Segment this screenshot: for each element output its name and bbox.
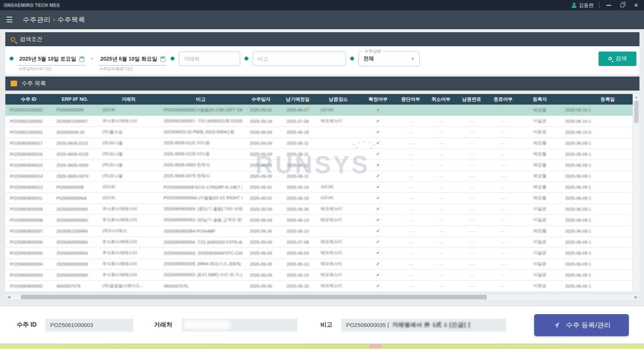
status-dash-icon: —: [439, 262, 443, 266]
table-cell: PO2506000008 ECO-1700(MP-N 19ET 2025...: [159, 182, 242, 192]
cell-value: 주식회사제메스터: [102, 272, 137, 277]
list-icon: [11, 81, 17, 86]
date-to-field[interactable]: 2025년 6월 10일 화요일 수주일자(종료기간): [99, 53, 166, 66]
column-header[interactable]: ERP I/F NO.: [52, 94, 98, 105]
cell-value: 박요엘: [533, 228, 547, 233]
cell-value: 2025061000007: [56, 119, 88, 124]
table-cell: 2025-06-13: [280, 214, 316, 225]
table-cell: 에프에스티: [316, 203, 361, 214]
table-row[interactable]: PO250609000082025060900063주식회사제메스터202506…: [5, 214, 633, 225]
table-row[interactable]: PO250610000022025061000007주식회사제메스터202506…: [5, 116, 633, 127]
cell-value: 피티씨: [320, 185, 334, 189]
table-cell: (주)유니셀: [98, 138, 159, 149]
table-row[interactable]: PO250609000142025-0609-0079(주)유니셀2025-06…: [5, 171, 633, 182]
status-cell: —: [487, 171, 519, 182]
cell-value: 2025-06-09: [250, 130, 272, 135]
confirmed-check-icon: ✔: [376, 261, 380, 266]
status-cell: —: [395, 192, 426, 203]
calendar-icon[interactable]: [160, 56, 166, 62]
status-cell: —: [395, 280, 426, 291]
horizontal-scrollbar[interactable]: ◀ ▶: [5, 294, 639, 300]
table-row[interactable]: PO250609000062025060900056주식회사제메스터202506…: [5, 236, 633, 247]
status-cell: —: [426, 236, 456, 247]
table-cell: (주)글로벌스탠다드...: [98, 280, 159, 291]
date-from-field[interactable]: 2025년 5월 10일 토요일 수주일자(시작기간): [18, 53, 85, 66]
vertical-scroll-thumb[interactable]: [634, 101, 639, 123]
table-row[interactable]: PO250609000092025060900069주식회사제메스터202506…: [5, 203, 633, 214]
search-button[interactable]: 검색: [599, 52, 636, 66]
column-header[interactable]: 납기예정일: [280, 94, 316, 105]
remark-search-input[interactable]: [253, 52, 346, 66]
column-header[interactable]: 수주 ID: [5, 94, 52, 105]
calendar-icon[interactable]: [79, 56, 84, 62]
cell-value: PO25061000001: [10, 130, 43, 135]
table-cell: 주식회사제메스터: [98, 269, 159, 280]
column-header[interactable]: 중단여부: [395, 94, 426, 105]
status-cell: —: [426, 171, 456, 182]
restore-button[interactable]: [618, 2, 627, 9]
column-header[interactable]: 취소여부: [426, 94, 456, 105]
status-dash-icon: —: [501, 119, 505, 124]
table-row[interactable]: PO250609000162025-0609-0129(주)유니셀2025-06…: [5, 149, 633, 160]
table-row[interactable]: PO250609000172025-0609-0131(주)유니셀2025-06…: [5, 138, 633, 149]
table-cell: 2025-06-02: [242, 105, 280, 116]
redacted-value: [184, 321, 230, 329]
minimize-button[interactable]: [605, 2, 613, 9]
table-row[interactable]: PO25061000003P0250600005피티씨PO2506000035(…: [5, 105, 633, 116]
cell-value: 2025-06-09 1: [565, 163, 591, 167]
column-header[interactable]: 납품장소: [316, 94, 361, 105]
cell-value: (주)유니셀: [102, 163, 123, 167]
column-header[interactable]: 수주일자: [242, 94, 280, 105]
table-cell: 2025060900069: [52, 203, 98, 214]
table-row[interactable]: PO250609000052025060900043주식회사제메스터202506…: [5, 247, 633, 258]
cell-value: 박요엘: [533, 196, 547, 200]
order-grid: 수주 IDERP I/F NO.거래처비고수주일자납기예정일납품장소확정여부중단…: [5, 94, 633, 292]
column-header[interactable]: 납품완료: [456, 94, 487, 105]
horizontal-scroll-track[interactable]: [12, 294, 633, 300]
status-dash-icon: —: [409, 174, 413, 178]
table-cell: PO25060900003: [5, 269, 52, 280]
vertical-scrollbar[interactable]: ▲: [633, 94, 639, 292]
table-row[interactable]: PO25060900013P0250600008피티씨PO2506000008 …: [5, 182, 633, 192]
column-header[interactable]: 비고: [159, 94, 242, 105]
table-row[interactable]: PO250610000012025/06/09-20(주)율즈성2023/06/…: [5, 127, 633, 138]
table-row[interactable]: PO250609000152025-0609-0093(주)유니셀2025-06…: [5, 160, 633, 171]
status-dash-icon: —: [409, 108, 413, 112]
order-manage-button-label: 수주 등록/관리: [566, 321, 611, 330]
menu-icon[interactable]: ☰: [6, 16, 13, 23]
status-cell: —: [456, 116, 487, 127]
column-header[interactable]: 등록일: [561, 94, 633, 105]
cell-value: 박요엘: [533, 174, 547, 178]
column-header[interactable]: 확정여부: [361, 94, 395, 105]
table-cell: 2025-06-02: [242, 182, 280, 192]
column-header[interactable]: 종료여부: [487, 94, 519, 105]
cell-value: 에프에스티: [320, 119, 342, 123]
table-cell: 2025-0609-0129: [52, 149, 98, 160]
table-cell: 2025-06-09 1: [561, 192, 633, 203]
scroll-right-icon[interactable]: ▶: [633, 295, 639, 299]
table-row[interactable]: PO250609000032025060500083주식회사제메스터202506…: [5, 269, 633, 280]
table-row[interactable]: PO25060900011P0250600006A피티씨PO2506000006…: [5, 192, 633, 203]
horizontal-scroll-thumb[interactable]: [21, 295, 487, 299]
table-row[interactable]: PO250609000024500007676(주)글로벌스탠다드...4500…: [5, 280, 633, 291]
cell-value: 2025-06-13: [287, 262, 309, 266]
table-row[interactable]: PO250609000072025061100084(주)다이에스2025060…: [5, 225, 633, 236]
cell-value: 2025-06-11: [287, 152, 309, 157]
table-cell: 2025061000007: [52, 116, 98, 127]
cell-value: 2025-06-09 1: [565, 207, 591, 211]
order-status-select[interactable]: 수주상태 전체 ▼: [358, 51, 420, 66]
cell-value: PO25060900008: [10, 218, 43, 222]
cell-value: 2025-06-09 1: [565, 240, 591, 244]
table-cell: 4500007676.: [159, 280, 242, 291]
order-manage-button[interactable]: 수주 등록/관리: [534, 314, 629, 336]
status-dash-icon: —: [501, 185, 505, 189]
scroll-up-icon[interactable]: ▲: [635, 95, 638, 100]
scroll-left-icon[interactable]: ◀: [6, 295, 12, 299]
column-header[interactable]: 거래처: [98, 94, 159, 105]
column-header[interactable]: 등록자: [519, 94, 561, 105]
table-row[interactable]: PO250609000042025060900028주식회사제메스터202506…: [5, 258, 633, 269]
cell-value: 피티씨: [320, 108, 334, 112]
close-button[interactable]: ✕: [632, 2, 640, 9]
customer-search-input[interactable]: [179, 52, 240, 66]
desktop-background: [0, 344, 644, 349]
